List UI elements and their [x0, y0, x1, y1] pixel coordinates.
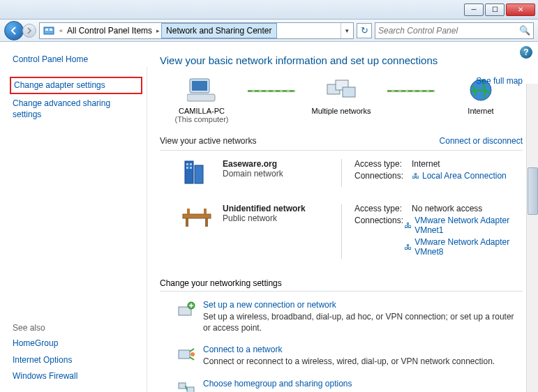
maximize-icon: ☐ — [492, 6, 498, 13]
connect-disconnect-link[interactable]: Connect or disconnect — [440, 136, 523, 146]
map-multi-label: Multiple networks — [312, 107, 371, 115]
maximize-button[interactable]: ☐ — [485, 3, 505, 16]
svg-rect-10 — [185, 161, 193, 183]
option-setup-connection: Set up a new connection or network Set u… — [160, 296, 523, 340]
setup-connection-icon — [177, 300, 196, 319]
breadcrumb-chevron-icon: ▸ — [155, 27, 161, 34]
forward-arrow-icon — [26, 27, 33, 34]
net1-access-val: Internet — [412, 159, 440, 169]
svg-rect-11 — [195, 165, 203, 183]
refresh-button[interactable]: ↻ — [357, 23, 372, 38]
setup-connection-link[interactable]: Set up a new connection or network — [203, 300, 523, 310]
homegroup-link[interactable]: Choose homegroup and sharing options — [203, 379, 523, 389]
svg-rect-26 — [187, 387, 194, 392]
map-pc-name: CAMILLA-PC — [179, 107, 225, 115]
forward-button[interactable] — [22, 24, 36, 38]
minimize-button[interactable]: ─ — [464, 3, 484, 16]
public-network-icon — [181, 204, 213, 232]
window-titlebar: ─ ☐ ✕ — [0, 0, 538, 20]
setup-connection-desc: Set up a wireless, broadband, dial-up, a… — [203, 311, 523, 333]
svg-rect-23 — [179, 350, 190, 359]
svg-rect-18 — [205, 218, 208, 227]
close-button[interactable]: ✕ — [506, 3, 535, 16]
net1-conn-label: Connections: — [354, 171, 412, 181]
svg-rect-25 — [179, 383, 186, 389]
network2-name: Unidentified network — [223, 204, 341, 213]
close-icon: ✕ — [518, 6, 523, 13]
connection-icon: 🖧 — [404, 221, 412, 229]
svg-rect-17 — [186, 218, 188, 227]
address-dropdown[interactable]: ▾ — [341, 23, 353, 38]
network-block-unidentified: Unidentified network Public network Acce… — [160, 198, 523, 270]
connect-network-link[interactable]: Connect to a network — [203, 345, 523, 354]
change-settings-section: Change your networking settings Set up a… — [160, 278, 523, 392]
net2-access-label: Access type: — [354, 204, 412, 213]
network2-type: Public network — [223, 213, 341, 223]
help-button[interactable]: ? — [520, 46, 532, 59]
domain-network-icon — [181, 159, 213, 187]
search-icon[interactable]: 🔍 — [519, 25, 530, 36]
svg-rect-13 — [190, 163, 192, 165]
net2-conn-label: Connections: — [354, 216, 404, 235]
sidebar-windows-firewall[interactable]: Windows Firewall — [13, 368, 140, 385]
back-arrow-icon — [9, 26, 19, 36]
sidebar-homegroup[interactable]: HomeGroup — [13, 336, 140, 352]
map-node-multi: Multiple networks — [299, 76, 383, 115]
svg-rect-16 — [183, 214, 211, 218]
svg-rect-20 — [204, 209, 207, 214]
homegroup-icon — [177, 379, 196, 392]
net2-conn-link2[interactable]: 🖧VMware Network Adapter VMnet8 — [404, 237, 523, 257]
connect-network-icon — [177, 345, 196, 364]
svg-rect-4 — [192, 81, 207, 91]
svg-rect-15 — [190, 167, 192, 169]
content-pane: ? View your basic network information an… — [147, 42, 538, 392]
map-internet-label: Internet — [468, 107, 493, 115]
scrollbar-thumb[interactable] — [528, 167, 538, 215]
address-bar-row: « All Control Panel Items ▸ Network and … — [0, 20, 538, 42]
scrollbar-track[interactable] — [526, 84, 538, 392]
net2-conn-link1[interactable]: 🖧VMware Network Adapter VMnet1 — [404, 216, 523, 235]
search-box[interactable]: 🔍 — [375, 22, 534, 39]
breadcrumb-network-center[interactable]: Network and Sharing Center — [161, 23, 276, 38]
breadcrumb-sep-icon: « — [58, 27, 64, 34]
option-connect-network: Connect to a network Connect or reconnec… — [160, 340, 523, 374]
net2-access-val: No network access — [412, 204, 482, 213]
network-map: See full map CAMILLA-PC (This computer) … — [160, 76, 523, 123]
svg-rect-19 — [187, 209, 190, 214]
sidebar-advanced-sharing[interactable]: Change advanced sharing settings — [13, 96, 140, 123]
svg-rect-1 — [45, 29, 48, 31]
sidebar: Control Panel Home Change adapter settin… — [0, 42, 147, 392]
map-pc-sub: (This computer) — [174, 115, 228, 123]
connection-icon: 🖧 — [412, 172, 419, 180]
map-node-pc: CAMILLA-PC (This computer) — [160, 76, 244, 123]
net1-conn-link[interactable]: 🖧Local Area Connection — [412, 171, 507, 181]
control-panel-icon — [42, 24, 56, 38]
svg-rect-8 — [343, 87, 355, 97]
multiple-networks-icon — [325, 76, 357, 104]
svg-rect-2 — [50, 29, 52, 31]
page-title: View your basic network information and … — [160, 54, 523, 66]
network1-name: Easeware.org — [223, 159, 341, 169]
see-full-map-link[interactable]: See full map — [476, 76, 523, 86]
svg-rect-14 — [186, 167, 188, 169]
sidebar-home[interactable]: Control Panel Home — [13, 52, 140, 68]
help-icon: ? — [523, 47, 528, 57]
map-connector-icon — [248, 90, 295, 92]
sidebar-adapter-settings[interactable]: Change adapter settings — [10, 77, 142, 95]
breadcrumb-all-items[interactable]: All Control Panel Items — [64, 23, 155, 38]
refresh-icon: ↻ — [361, 25, 368, 36]
address-bar[interactable]: « All Control Panel Items ▸ Network and … — [39, 22, 354, 39]
active-networks-title: View your active networks — [160, 136, 257, 146]
back-button[interactable] — [4, 21, 24, 40]
sidebar-internet-options[interactable]: Internet Options — [13, 352, 140, 369]
search-input[interactable] — [378, 26, 519, 36]
minimize-icon: ─ — [471, 6, 476, 13]
main-area: Control Panel Home Change adapter settin… — [0, 42, 538, 392]
change-settings-heading: Change your networking settings — [160, 278, 523, 288]
connect-network-desc: Connect or reconnect to a wireless, wire… — [203, 356, 523, 367]
chevron-down-icon: ▾ — [345, 27, 349, 34]
svg-point-24 — [190, 352, 195, 356]
computer-icon — [186, 76, 218, 104]
network-block-easeware: Easeware.org Domain network Access type:… — [160, 153, 523, 198]
map-connector-icon — [387, 90, 435, 92]
